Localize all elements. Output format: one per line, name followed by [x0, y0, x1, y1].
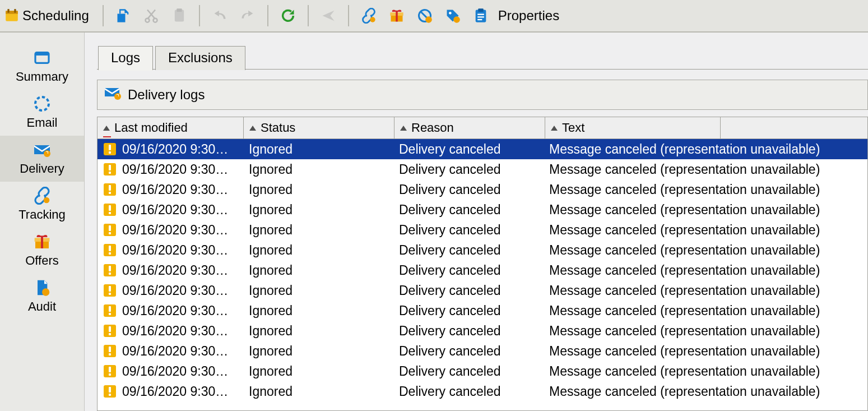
table-row[interactable]: 09/16/2020 9:30…IgnoredDelivery canceled…	[98, 220, 867, 240]
email-icon	[33, 94, 51, 113]
cell-text: Message canceled (representation unavail…	[544, 182, 867, 197]
tab-exclusions[interactable]: Exclusions	[155, 46, 245, 70]
cell-status: Ignored	[243, 162, 393, 177]
warning-icon	[103, 203, 117, 216]
svg-rect-20	[477, 16, 484, 17]
cell-status: Ignored	[243, 142, 393, 157]
left-nav: Summary Email Delivery Tracking Offers	[0, 33, 85, 411]
cell-last-modified: 09/16/2020 9:30…	[122, 142, 228, 157]
warning-icon	[103, 284, 117, 297]
scheduling-label[interactable]: Scheduling	[22, 8, 89, 24]
cell-last-modified: 09/16/2020 9:30…	[122, 344, 228, 359]
paste-button[interactable]	[169, 5, 190, 26]
delivery-logs-icon	[104, 85, 128, 104]
svg-rect-37	[109, 172, 111, 174]
grid-header: Last modified Status Reason Text	[98, 117, 867, 139]
cell-status: Ignored	[243, 344, 393, 359]
offers-button[interactable]	[386, 5, 407, 26]
warning-icon	[103, 385, 117, 398]
cell-text: Message canceled (representation unavail…	[544, 283, 867, 298]
tag-button[interactable]	[442, 5, 463, 26]
link-button[interactable]	[358, 5, 379, 26]
col-text[interactable]: Text	[545, 117, 721, 138]
cell-status: Ignored	[243, 223, 393, 238]
cell-status: Ignored	[243, 384, 393, 399]
table-row[interactable]: 09/16/2020 9:30…IgnoredDelivery canceled…	[98, 301, 867, 321]
svg-rect-36	[109, 165, 111, 170]
table-row[interactable]: 09/16/2020 9:30…IgnoredDelivery canceled…	[98, 361, 867, 381]
svg-rect-69	[109, 387, 111, 392]
nav-item-offers[interactable]: Offers	[0, 228, 84, 274]
col-reason[interactable]: Reason	[394, 117, 545, 138]
table-row[interactable]: 09/16/2020 9:30…IgnoredDelivery canceled…	[98, 200, 867, 220]
table-row[interactable]: 09/16/2020 9:30…IgnoredDelivery canceled…	[98, 280, 867, 301]
svg-rect-43	[109, 212, 111, 214]
cell-last-modified: 09/16/2020 9:30…	[122, 283, 228, 298]
sort-asc-icon	[400, 126, 407, 131]
nav-item-email[interactable]: Email	[0, 90, 84, 136]
cell-text: Message canceled (representation unavail…	[544, 243, 867, 258]
table-row[interactable]: 09/16/2020 9:30…IgnoredDelivery canceled…	[98, 381, 867, 401]
svg-rect-58	[109, 313, 111, 315]
warning-icon	[103, 183, 117, 196]
svg-rect-45	[109, 225, 111, 231]
svg-rect-55	[109, 293, 111, 295]
nav-item-summary[interactable]: Summary	[0, 44, 84, 90]
svg-rect-60	[109, 326, 111, 332]
table-row[interactable]: 09/16/2020 9:30…IgnoredDelivery canceled…	[98, 179, 867, 200]
nav-item-label: Tracking	[18, 207, 66, 222]
nav-item-delivery[interactable]: Delivery	[0, 136, 84, 182]
svg-rect-29	[41, 235, 43, 248]
nav-item-tracking[interactable]: Tracking	[0, 182, 84, 228]
svg-rect-19	[477, 14, 484, 15]
table-row[interactable]: 09/16/2020 9:30…IgnoredDelivery canceled…	[98, 341, 867, 361]
disable-schedule-button[interactable]	[414, 5, 435, 26]
cell-text: Message canceled (representation unavail…	[544, 162, 867, 177]
cell-last-modified: 09/16/2020 9:30…	[122, 182, 228, 197]
nav-item-label: Email	[26, 116, 57, 130]
table-row[interactable]: 09/16/2020 9:30…IgnoredDelivery canceled…	[98, 260, 867, 280]
cell-last-modified: 09/16/2020 9:30…	[122, 303, 228, 318]
warning-icon	[103, 344, 117, 358]
properties-label[interactable]: Properties	[498, 8, 559, 24]
undo-button[interactable]	[209, 5, 230, 26]
table-row[interactable]: 09/16/2020 9:30…IgnoredDelivery canceled…	[98, 321, 867, 341]
redo-button[interactable]	[237, 5, 258, 26]
cell-text: Message canceled (representation unavail…	[544, 344, 867, 359]
table-row[interactable]: 09/16/2020 9:30…IgnoredDelivery canceled…	[98, 240, 867, 260]
cell-status: Ignored	[243, 263, 393, 278]
svg-rect-42	[109, 205, 111, 211]
toolbar-separator	[308, 5, 309, 26]
svg-rect-23	[35, 53, 49, 56]
svg-point-6	[153, 19, 157, 22]
nav-item-audit[interactable]: Audit	[0, 274, 84, 320]
offers-icon	[33, 232, 51, 251]
navigate-button[interactable]	[318, 5, 339, 26]
properties-clipboard-icon[interactable]	[470, 5, 491, 26]
cell-last-modified: 09/16/2020 9:30…	[122, 243, 228, 258]
cell-status: Ignored	[243, 303, 393, 318]
table-row[interactable]: 09/16/2020 9:30…IgnoredDelivery canceled…	[98, 139, 867, 159]
sort-asc-icon	[551, 126, 558, 131]
svg-rect-3	[14, 9, 16, 13]
audit-icon	[33, 278, 51, 297]
delivery-icon	[33, 140, 51, 159]
col-status[interactable]: Status	[244, 117, 394, 138]
svg-rect-12	[396, 11, 398, 22]
cell-reason: Delivery canceled	[393, 162, 544, 177]
sort-primary-indicator	[103, 136, 111, 137]
svg-rect-34	[109, 151, 111, 154]
copy-button[interactable]	[113, 5, 134, 26]
grid-body[interactable]: 09/16/2020 9:30…IgnoredDelivery canceled…	[98, 139, 867, 410]
tab-logs[interactable]: Logs	[98, 46, 153, 70]
warning-icon	[103, 163, 117, 176]
logs-grid: Last modified Status Reason Text 09/16/2…	[97, 117, 868, 411]
refresh-button[interactable]	[277, 5, 299, 26]
cut-button[interactable]	[141, 5, 162, 26]
col-last-modified[interactable]: Last modified	[98, 117, 244, 138]
cell-text: Message canceled (representation unavail…	[544, 223, 867, 238]
scheduling-icon	[4, 8, 19, 23]
table-row[interactable]: 09/16/2020 9:30…IgnoredDelivery canceled…	[98, 159, 867, 179]
col-label: Text	[562, 121, 584, 135]
svg-point-16	[453, 16, 460, 23]
